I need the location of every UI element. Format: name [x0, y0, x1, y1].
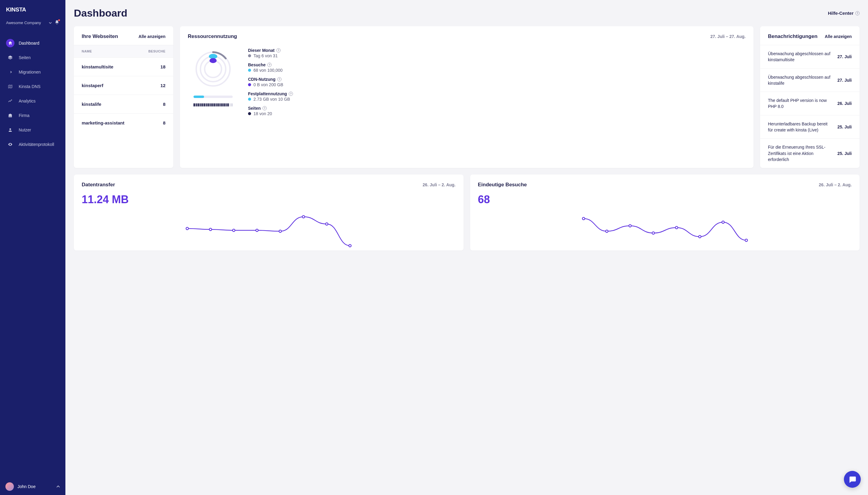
notifications-bell[interactable] — [55, 20, 59, 25]
arrow-icon — [8, 70, 13, 74]
visits-range: 26. Juli – 2. Aug. — [819, 182, 852, 187]
notif-date: 25. Juli — [837, 124, 852, 129]
help-icon: ? — [855, 11, 860, 15]
nav-item-dashboard[interactable]: Dashboard — [2, 36, 63, 50]
resource-gauges — [189, 48, 237, 116]
transfer-card: Datentransfer 26. Juli – 2. Aug. 11.24 M… — [74, 174, 464, 251]
transfer-range: 26. Juli – 2. Aug. — [422, 182, 455, 187]
chat-button[interactable] — [844, 471, 861, 488]
notif-view-all-link[interactable]: Alle anzeigen — [825, 34, 852, 39]
user-menu[interactable]: John Doe — [0, 478, 65, 495]
site-row[interactable]: kinstalife8 — [74, 95, 173, 114]
resource-card: Ressourcennutzung 27. Juli – 27. Aug. — [180, 26, 753, 168]
help-icon[interactable]: ? — [289, 92, 293, 96]
sites-view-all-link[interactable]: Alle anzeigen — [139, 34, 166, 39]
nav-label: Nutzer — [19, 127, 31, 132]
notif-text: Überwachung abgeschlossen auf kinstalife — [768, 74, 833, 86]
user-icon — [8, 127, 13, 132]
site-name: kinstalife — [82, 102, 144, 107]
layers-icon — [8, 55, 13, 60]
svg-point-13 — [326, 223, 328, 225]
legend-dot — [248, 112, 251, 115]
nav-item-analytics[interactable]: Analytics — [2, 94, 63, 108]
chevron-up-icon — [56, 485, 60, 488]
nav-label: Firma — [19, 113, 30, 118]
donut-chart — [192, 48, 234, 90]
page-title: Dashboard — [74, 7, 127, 19]
visits-value: 68 — [470, 193, 860, 208]
site-row[interactable]: kinstaperf12 — [74, 76, 173, 95]
nav-item-users[interactable]: Nutzer — [2, 123, 63, 137]
help-icon[interactable]: ? — [276, 48, 281, 52]
help-center-link[interactable]: Hilfe-Center ? — [828, 11, 860, 16]
svg-point-16 — [606, 230, 608, 233]
visits-chart — [470, 208, 860, 251]
transfer-chart — [74, 208, 464, 251]
notif-date: 27. Juli — [837, 78, 852, 83]
nav-label: Kinsta DNS — [19, 84, 40, 89]
main-nav: Dashboard Seiten Migrationen Kinsta DNS … — [0, 33, 65, 478]
notif-text: Für die Erneuerung Ihres SSL-Zertifikats… — [768, 144, 833, 163]
help-icon[interactable]: ? — [267, 63, 272, 67]
resource-metrics: Dieser Monat? Tag 6 von 31 Besuche? 68 v… — [248, 48, 744, 116]
resource-title: Ressourcennutzung — [188, 33, 237, 39]
notification-row[interactable]: Für die Erneuerung Ihres SSL-Zertifikats… — [760, 138, 860, 168]
sidebar: KINSTA Awesome Company Dashboard Seiten — [0, 0, 65, 495]
site-name: kinstaperf — [82, 83, 144, 88]
col-visits: BESUCHE — [144, 49, 166, 53]
svg-point-19 — [675, 226, 678, 229]
help-icon[interactable]: ? — [277, 77, 281, 81]
user-name: John Doe — [17, 484, 36, 489]
site-row[interactable]: kinstamultisite18 — [74, 57, 173, 76]
nav-item-company[interactable]: Firma — [2, 108, 63, 123]
nav-label: Analytics — [19, 99, 36, 103]
nav-label: Dashboard — [19, 41, 39, 46]
help-icon[interactable]: ? — [262, 106, 267, 110]
legend-dot — [248, 54, 251, 57]
site-row[interactable]: marketing-assistant8 — [74, 114, 173, 132]
notification-row[interactable]: Überwachung abgeschlossen auf kinstamult… — [760, 45, 860, 68]
site-visits: 12 — [144, 83, 166, 88]
company-selector[interactable]: Awesome Company — [6, 20, 52, 25]
svg-point-6 — [209, 58, 216, 63]
svg-point-17 — [629, 225, 631, 227]
notification-dot — [58, 19, 60, 21]
home-icon — [8, 41, 13, 46]
nav-label: Seiten — [19, 55, 31, 60]
legend-dot — [248, 69, 251, 72]
notif-text: Herunterladbares Backup bereit für creat… — [768, 121, 833, 133]
svg-point-22 — [745, 239, 747, 241]
nav-label: Migrationen — [19, 70, 41, 74]
kinsta-logo-icon: KINSTA — [6, 7, 33, 13]
visits-title: Eindeutige Besuche — [478, 182, 527, 188]
trend-icon — [8, 99, 13, 103]
legend-dot — [248, 83, 251, 86]
map-icon — [8, 84, 13, 89]
avatar — [5, 482, 14, 491]
col-name: NAME — [82, 49, 144, 53]
svg-point-10 — [256, 229, 258, 232]
notification-row[interactable]: Überwachung abgeschlossen auf kinstalife… — [760, 68, 860, 92]
nav-item-migrations[interactable]: Migrationen — [2, 65, 63, 79]
site-name: kinstamultisite — [82, 64, 144, 69]
svg-point-1 — [9, 129, 11, 130]
notif-title: Benachrichtigungen — [768, 33, 817, 39]
svg-point-14 — [349, 244, 351, 247]
nav-item-dns[interactable]: Kinsta DNS — [2, 79, 63, 94]
svg-point-21 — [722, 221, 724, 223]
sites-title: Ihre Webseiten — [82, 33, 118, 39]
svg-point-5 — [209, 54, 217, 59]
sites-table-header: NAME BESUCHE — [74, 45, 173, 57]
notif-date: 27. Juli — [837, 54, 852, 59]
nav-item-activity-log[interactable]: Aktivitätenprotokoll — [2, 137, 63, 152]
notification-row[interactable]: Herunterladbares Backup bereit für creat… — [760, 115, 860, 139]
chat-icon — [848, 475, 856, 483]
svg-point-20 — [698, 236, 701, 238]
notif-text: The default PHP version is now PHP 8.0 — [768, 97, 833, 110]
notif-date: 25. Juli — [837, 151, 852, 156]
notification-row[interactable]: The default PHP version is now PHP 8.026… — [760, 92, 860, 115]
nav-item-sites[interactable]: Seiten — [2, 50, 63, 65]
eye-icon — [8, 142, 13, 147]
site-visits: 18 — [144, 64, 166, 69]
sites-bar — [193, 103, 233, 106]
